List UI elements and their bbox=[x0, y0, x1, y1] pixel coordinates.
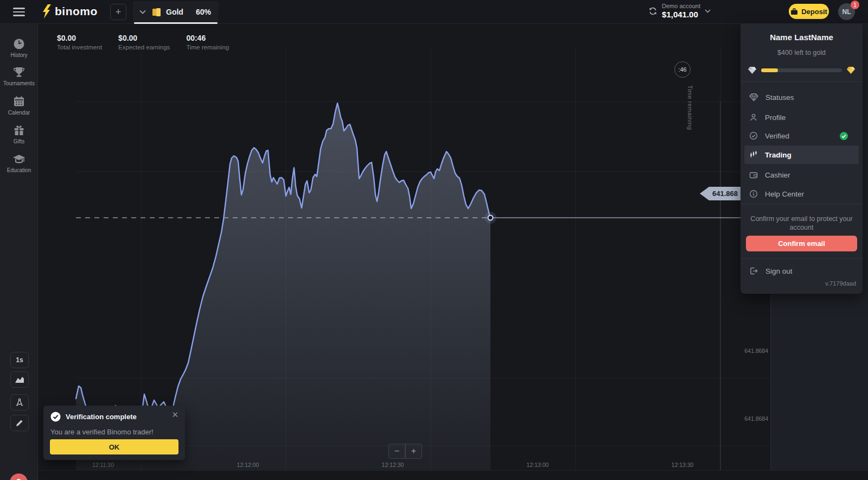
time-axis-label: 12:11:30 bbox=[84, 462, 122, 468]
success-check-icon bbox=[50, 412, 61, 422]
divider bbox=[741, 204, 863, 204]
sidebar-item-tournaments[interactable]: Tournaments bbox=[0, 66, 38, 86]
sign-out-label: Sign out bbox=[765, 267, 793, 275]
graduation-cap-icon bbox=[12, 153, 26, 166]
calendar-icon bbox=[12, 95, 25, 108]
chart-bottom-bar bbox=[38, 470, 868, 480]
zoom-out-button[interactable]: − bbox=[388, 444, 405, 459]
divider bbox=[741, 81, 863, 82]
pencil-icon bbox=[15, 419, 24, 427]
asset-name: Gold bbox=[166, 8, 183, 16]
refresh-icon bbox=[648, 7, 658, 16]
price-axis-label: 641.8684 bbox=[730, 415, 768, 422]
sidebar-item-label: History bbox=[0, 52, 38, 58]
sign-out-icon bbox=[749, 267, 758, 275]
divider bbox=[741, 258, 863, 259]
confirm-email-message: Confirm your email to protect your accou… bbox=[747, 214, 856, 232]
stat-expected-earnings: $0.00 Expected earnings bbox=[118, 34, 170, 50]
menu-item-profile[interactable]: Profile bbox=[744, 108, 859, 127]
check-circle-icon bbox=[749, 131, 758, 140]
expiry-axis-label: Time remaining bbox=[687, 85, 693, 130]
stat-label: Expected earnings bbox=[118, 44, 170, 50]
close-icon[interactable]: ✕ bbox=[171, 411, 178, 419]
left-sidebar: History Tournaments bbox=[0, 24, 38, 480]
zoom-in-button[interactable]: + bbox=[405, 444, 422, 459]
sidebar-item-history[interactable]: History bbox=[0, 37, 38, 58]
gift-icon bbox=[12, 124, 25, 137]
account-balance: $1,041.00 bbox=[662, 10, 700, 19]
stat-value: 00:46 bbox=[186, 34, 229, 42]
help-button[interactable]: ? bbox=[10, 473, 28, 480]
menu-item-statuses[interactable]: Statuses bbox=[744, 88, 859, 106]
status-progress bbox=[748, 65, 856, 75]
sign-out-button[interactable]: Sign out bbox=[749, 267, 793, 275]
drawing-tools-button[interactable] bbox=[10, 415, 29, 431]
progress-fill bbox=[761, 68, 778, 72]
stat-total-investment: $0.00 Total investment bbox=[57, 34, 102, 50]
menu-item-label: Statuses bbox=[765, 93, 794, 102]
asset-tab-gold[interactable]: Gold 60% bbox=[133, 1, 219, 23]
strategies-button[interactable] bbox=[10, 394, 29, 410]
silver-gem-icon bbox=[748, 66, 757, 74]
check-icon bbox=[841, 134, 846, 138]
confirm-email-button[interactable]: Confirm email bbox=[746, 236, 857, 251]
add-asset-tab-button[interactable]: + bbox=[110, 4, 126, 20]
chart-type-button[interactable] bbox=[10, 371, 29, 388]
deposit-button[interactable]: Deposit bbox=[789, 4, 829, 19]
logo-bolt-icon bbox=[42, 4, 52, 18]
toast-body: You are a verified Binomo trader! bbox=[50, 428, 154, 436]
menu-item-label: Verified bbox=[765, 132, 789, 140]
trade-stats-row: $0.00 Total investment $0.00 Expected ea… bbox=[57, 34, 229, 50]
ok-button[interactable]: OK bbox=[50, 439, 178, 454]
active-tab-underline bbox=[134, 22, 218, 24]
chevron-down-icon bbox=[705, 9, 711, 13]
wallet-icon bbox=[749, 171, 758, 179]
menu-item-label: Help Center bbox=[765, 190, 804, 198]
profile-person-icon bbox=[749, 113, 758, 122]
sidebar-item-label: Education bbox=[0, 167, 38, 173]
price-axis-label: 641.8684 bbox=[730, 348, 768, 354]
history-clock-icon bbox=[12, 37, 25, 50]
logo-text: binomo bbox=[55, 5, 98, 18]
info-circle-icon bbox=[749, 190, 758, 198]
status-progress-subtitle: $400 left to gold bbox=[741, 49, 863, 56]
chevron-down-icon bbox=[139, 10, 146, 14]
sidebar-item-calendar[interactable]: Calendar bbox=[0, 95, 38, 116]
area-chart-icon bbox=[15, 376, 24, 383]
toast-title: Verification complete bbox=[66, 413, 137, 421]
menu-item-label: Trading bbox=[765, 151, 792, 159]
account-switcher[interactable]: Demo account $1,041.00 bbox=[648, 3, 711, 19]
sidebar-item-education[interactable]: Education bbox=[0, 153, 38, 173]
menu-item-trading[interactable]: Trading bbox=[744, 146, 859, 164]
gem-icon bbox=[749, 93, 758, 102]
top-bar: binomo + Gold 60% Demo account bbox=[0, 0, 868, 24]
chart-area[interactable] bbox=[38, 24, 770, 470]
menu-item-label: Cashier bbox=[765, 171, 790, 179]
gold-bars-icon bbox=[151, 7, 162, 17]
binomo-logo: binomo bbox=[42, 4, 98, 18]
time-axis-label: 12:12:00 bbox=[229, 462, 267, 468]
menu-item-label: Profile bbox=[765, 113, 786, 122]
user-name: Name LastName bbox=[741, 33, 863, 42]
deposit-label: Deposit bbox=[801, 8, 827, 16]
verified-check-badge bbox=[840, 132, 848, 140]
notification-count-badge: 1 bbox=[851, 1, 859, 9]
time-axis-label: 12:12:30 bbox=[374, 462, 412, 468]
timeframe-button[interactable]: 1s bbox=[10, 352, 29, 368]
account-type: Demo account bbox=[662, 3, 700, 9]
binomo-trading-app: $0.00 Total investment $0.00 Expected ea… bbox=[0, 0, 868, 480]
asset-payout: 60% bbox=[196, 8, 211, 16]
drafting-compass-icon bbox=[15, 398, 24, 407]
sidebar-item-label: Tournaments bbox=[0, 80, 38, 86]
current-price-dot bbox=[488, 216, 493, 220]
time-axis-label: 12:13:30 bbox=[663, 462, 701, 468]
stat-label: Time remaining bbox=[186, 44, 229, 50]
stat-value: $0.00 bbox=[118, 34, 170, 42]
stat-label: Total investment bbox=[57, 44, 102, 50]
menu-hamburger-button[interactable] bbox=[13, 8, 25, 16]
menu-item-help-center[interactable]: Help Center bbox=[744, 185, 859, 203]
stat-time-remaining: 00:46 Time remaining bbox=[186, 34, 229, 50]
sidebar-item-gifts[interactable]: Gifts bbox=[0, 124, 38, 144]
progress-track bbox=[761, 68, 842, 72]
menu-item-cashier[interactable]: Cashier bbox=[744, 166, 859, 184]
